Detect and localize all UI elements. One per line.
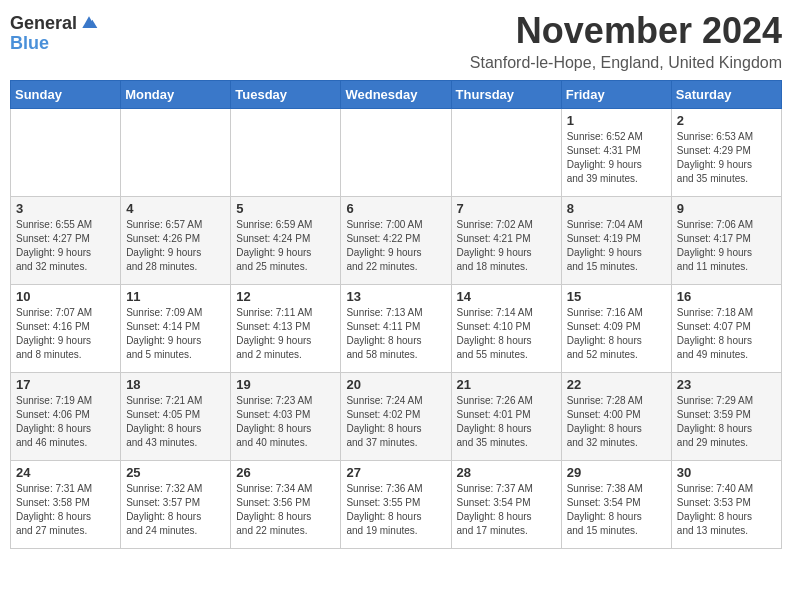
day-number: 10 — [16, 289, 115, 304]
day-info: Sunrise: 7:32 AM Sunset: 3:57 PM Dayligh… — [126, 482, 225, 538]
day-number: 27 — [346, 465, 445, 480]
day-number: 3 — [16, 201, 115, 216]
calendar-cell: 27Sunrise: 7:36 AM Sunset: 3:55 PM Dayli… — [341, 461, 451, 549]
calendar-cell: 12Sunrise: 7:11 AM Sunset: 4:13 PM Dayli… — [231, 285, 341, 373]
day-info: Sunrise: 7:07 AM Sunset: 4:16 PM Dayligh… — [16, 306, 115, 362]
day-info: Sunrise: 7:24 AM Sunset: 4:02 PM Dayligh… — [346, 394, 445, 450]
day-number: 6 — [346, 201, 445, 216]
day-number: 21 — [457, 377, 556, 392]
calendar-subtitle: Stanford-le-Hope, England, United Kingdo… — [470, 54, 782, 72]
calendar-cell: 9Sunrise: 7:06 AM Sunset: 4:17 PM Daylig… — [671, 197, 781, 285]
calendar-week-4: 17Sunrise: 7:19 AM Sunset: 4:06 PM Dayli… — [11, 373, 782, 461]
calendar-week-1: 1Sunrise: 6:52 AM Sunset: 4:31 PM Daylig… — [11, 109, 782, 197]
day-number: 14 — [457, 289, 556, 304]
day-info: Sunrise: 7:40 AM Sunset: 3:53 PM Dayligh… — [677, 482, 776, 538]
day-number: 22 — [567, 377, 666, 392]
day-info: Sunrise: 7:31 AM Sunset: 3:58 PM Dayligh… — [16, 482, 115, 538]
calendar-cell — [341, 109, 451, 197]
day-number: 30 — [677, 465, 776, 480]
calendar-cell: 29Sunrise: 7:38 AM Sunset: 3:54 PM Dayli… — [561, 461, 671, 549]
day-info: Sunrise: 7:34 AM Sunset: 3:56 PM Dayligh… — [236, 482, 335, 538]
calendar-cell — [451, 109, 561, 197]
day-number: 7 — [457, 201, 556, 216]
calendar-cell: 7Sunrise: 7:02 AM Sunset: 4:21 PM Daylig… — [451, 197, 561, 285]
day-number: 2 — [677, 113, 776, 128]
logo-text-line2: Blue — [10, 34, 49, 54]
weekday-header-row: SundayMondayTuesdayWednesdayThursdayFrid… — [11, 81, 782, 109]
weekday-header-tuesday: Tuesday — [231, 81, 341, 109]
calendar-week-2: 3Sunrise: 6:55 AM Sunset: 4:27 PM Daylig… — [11, 197, 782, 285]
calendar-cell: 23Sunrise: 7:29 AM Sunset: 3:59 PM Dayli… — [671, 373, 781, 461]
calendar-cell — [121, 109, 231, 197]
calendar-cell — [231, 109, 341, 197]
day-number: 24 — [16, 465, 115, 480]
calendar-cell: 17Sunrise: 7:19 AM Sunset: 4:06 PM Dayli… — [11, 373, 121, 461]
day-info: Sunrise: 7:02 AM Sunset: 4:21 PM Dayligh… — [457, 218, 556, 274]
day-number: 17 — [16, 377, 115, 392]
day-number: 11 — [126, 289, 225, 304]
calendar-cell: 18Sunrise: 7:21 AM Sunset: 4:05 PM Dayli… — [121, 373, 231, 461]
day-number: 9 — [677, 201, 776, 216]
day-number: 23 — [677, 377, 776, 392]
day-info: Sunrise: 7:09 AM Sunset: 4:14 PM Dayligh… — [126, 306, 225, 362]
day-info: Sunrise: 7:00 AM Sunset: 4:22 PM Dayligh… — [346, 218, 445, 274]
day-info: Sunrise: 7:18 AM Sunset: 4:07 PM Dayligh… — [677, 306, 776, 362]
day-number: 16 — [677, 289, 776, 304]
day-number: 8 — [567, 201, 666, 216]
weekday-header-wednesday: Wednesday — [341, 81, 451, 109]
calendar-title: November 2024 — [470, 10, 782, 52]
day-info: Sunrise: 7:23 AM Sunset: 4:03 PM Dayligh… — [236, 394, 335, 450]
page-header: General Blue November 2024 Stanford-le-H… — [10, 10, 782, 72]
day-number: 28 — [457, 465, 556, 480]
day-info: Sunrise: 7:13 AM Sunset: 4:11 PM Dayligh… — [346, 306, 445, 362]
day-number: 19 — [236, 377, 335, 392]
calendar-cell — [11, 109, 121, 197]
day-number: 5 — [236, 201, 335, 216]
calendar-cell: 1Sunrise: 6:52 AM Sunset: 4:31 PM Daylig… — [561, 109, 671, 197]
logo: General Blue — [10, 14, 99, 54]
calendar-cell: 19Sunrise: 7:23 AM Sunset: 4:03 PM Dayli… — [231, 373, 341, 461]
weekday-header-thursday: Thursday — [451, 81, 561, 109]
day-number: 26 — [236, 465, 335, 480]
calendar-cell: 30Sunrise: 7:40 AM Sunset: 3:53 PM Dayli… — [671, 461, 781, 549]
calendar-cell: 20Sunrise: 7:24 AM Sunset: 4:02 PM Dayli… — [341, 373, 451, 461]
day-info: Sunrise: 6:52 AM Sunset: 4:31 PM Dayligh… — [567, 130, 666, 186]
day-info: Sunrise: 6:53 AM Sunset: 4:29 PM Dayligh… — [677, 130, 776, 186]
title-section: November 2024 Stanford-le-Hope, England,… — [470, 10, 782, 72]
day-info: Sunrise: 7:06 AM Sunset: 4:17 PM Dayligh… — [677, 218, 776, 274]
day-number: 20 — [346, 377, 445, 392]
day-info: Sunrise: 7:26 AM Sunset: 4:01 PM Dayligh… — [457, 394, 556, 450]
calendar-cell: 10Sunrise: 7:07 AM Sunset: 4:16 PM Dayli… — [11, 285, 121, 373]
calendar-cell: 11Sunrise: 7:09 AM Sunset: 4:14 PM Dayli… — [121, 285, 231, 373]
calendar-cell: 14Sunrise: 7:14 AM Sunset: 4:10 PM Dayli… — [451, 285, 561, 373]
weekday-header-sunday: Sunday — [11, 81, 121, 109]
day-number: 29 — [567, 465, 666, 480]
calendar-cell: 8Sunrise: 7:04 AM Sunset: 4:19 PM Daylig… — [561, 197, 671, 285]
weekday-header-monday: Monday — [121, 81, 231, 109]
calendar-cell: 21Sunrise: 7:26 AM Sunset: 4:01 PM Dayli… — [451, 373, 561, 461]
calendar-cell: 24Sunrise: 7:31 AM Sunset: 3:58 PM Dayli… — [11, 461, 121, 549]
calendar-week-3: 10Sunrise: 7:07 AM Sunset: 4:16 PM Dayli… — [11, 285, 782, 373]
day-info: Sunrise: 7:11 AM Sunset: 4:13 PM Dayligh… — [236, 306, 335, 362]
day-info: Sunrise: 6:59 AM Sunset: 4:24 PM Dayligh… — [236, 218, 335, 274]
day-number: 12 — [236, 289, 335, 304]
weekday-header-saturday: Saturday — [671, 81, 781, 109]
day-info: Sunrise: 7:04 AM Sunset: 4:19 PM Dayligh… — [567, 218, 666, 274]
calendar-cell: 5Sunrise: 6:59 AM Sunset: 4:24 PM Daylig… — [231, 197, 341, 285]
day-info: Sunrise: 7:36 AM Sunset: 3:55 PM Dayligh… — [346, 482, 445, 538]
calendar-cell: 4Sunrise: 6:57 AM Sunset: 4:26 PM Daylig… — [121, 197, 231, 285]
calendar-cell: 2Sunrise: 6:53 AM Sunset: 4:29 PM Daylig… — [671, 109, 781, 197]
day-number: 15 — [567, 289, 666, 304]
day-number: 13 — [346, 289, 445, 304]
calendar-cell: 22Sunrise: 7:28 AM Sunset: 4:00 PM Dayli… — [561, 373, 671, 461]
day-info: Sunrise: 6:57 AM Sunset: 4:26 PM Dayligh… — [126, 218, 225, 274]
logo-icon — [79, 13, 99, 33]
calendar-cell: 28Sunrise: 7:37 AM Sunset: 3:54 PM Dayli… — [451, 461, 561, 549]
day-info: Sunrise: 7:37 AM Sunset: 3:54 PM Dayligh… — [457, 482, 556, 538]
weekday-header-friday: Friday — [561, 81, 671, 109]
calendar-week-5: 24Sunrise: 7:31 AM Sunset: 3:58 PM Dayli… — [11, 461, 782, 549]
calendar-cell: 13Sunrise: 7:13 AM Sunset: 4:11 PM Dayli… — [341, 285, 451, 373]
logo-text-line1: General — [10, 14, 77, 34]
calendar-cell: 6Sunrise: 7:00 AM Sunset: 4:22 PM Daylig… — [341, 197, 451, 285]
day-info: Sunrise: 7:29 AM Sunset: 3:59 PM Dayligh… — [677, 394, 776, 450]
